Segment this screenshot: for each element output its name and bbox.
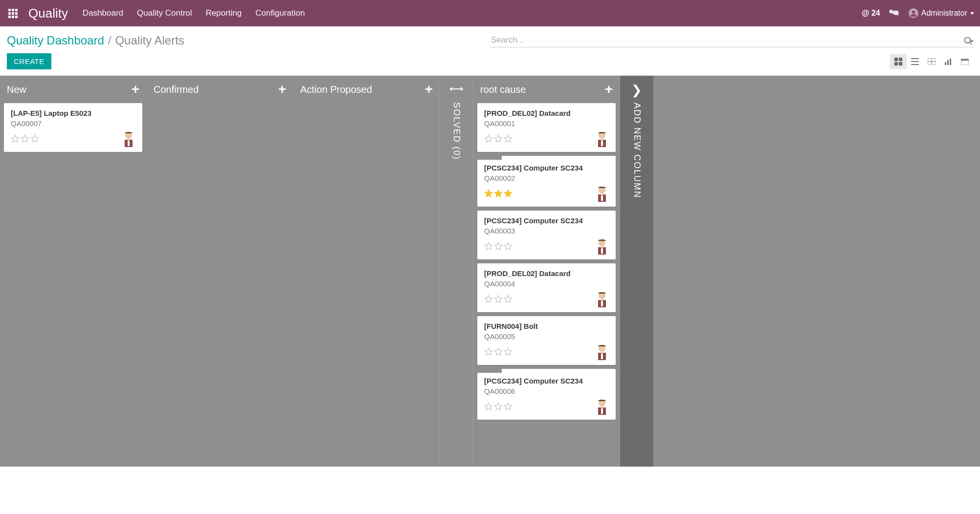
search-input[interactable] <box>490 33 973 47</box>
add-column-label: ADD NEW COLUMN <box>632 103 642 198</box>
view-calendar-icon[interactable] <box>957 54 973 69</box>
kanban-card[interactable]: [PROD_DEL02] Datacard QA00001 <box>477 103 616 152</box>
star-icon[interactable] <box>494 242 503 251</box>
assignee-avatar[interactable] <box>595 185 609 202</box>
star-icon[interactable] <box>484 189 493 198</box>
view-list-icon[interactable] <box>907 54 923 69</box>
breadcrumb: Quality Dashboard / Quality Alerts <box>7 34 184 47</box>
svg-rect-5 <box>894 58 898 61</box>
priority-stars <box>484 347 512 356</box>
card-title: [PROD_DEL02] Datacard <box>484 269 609 278</box>
create-button[interactable]: CREATE <box>7 53 51 69</box>
kanban-column: Action Proposed + <box>293 76 440 467</box>
assignee-avatar[interactable] <box>122 130 135 147</box>
kanban-column: root cause + [PROD_DEL02] Datacard QA000… <box>473 76 620 467</box>
breadcrumb-current: Quality Alerts <box>115 34 184 47</box>
assignee-avatar[interactable] <box>595 398 609 415</box>
card-title: [PROD_DEL02] Datacard <box>484 109 609 117</box>
star-icon[interactable] <box>494 189 503 198</box>
svg-rect-35 <box>601 249 603 254</box>
priority-stars <box>484 242 512 251</box>
nav-quality-control[interactable]: Quality Control <box>137 8 192 18</box>
card-progress-bar <box>477 156 502 160</box>
user-menu[interactable]: Administrator <box>909 8 974 18</box>
column-quick-create-icon[interactable]: + <box>278 82 286 97</box>
star-icon[interactable] <box>494 295 503 303</box>
kanban-card[interactable]: [LAP-E5] Laptop E5023 QA00007 <box>4 103 142 152</box>
kanban-card[interactable]: [FURN004] Bolt QA00005 <box>477 316 616 365</box>
star-icon[interactable] <box>494 134 503 143</box>
expand-icon[interactable]: ⟷ <box>449 83 464 94</box>
kanban-card[interactable]: [PCSC234] Computer SC234 QA00003 <box>477 211 616 259</box>
nav-configuration[interactable]: Configuration <box>255 8 305 18</box>
kanban-column-folded[interactable]: ⟷ SOLVED (0) <box>440 76 473 467</box>
card-reference: QA00006 <box>484 387 609 395</box>
search-field[interactable] <box>490 33 973 47</box>
kanban-card[interactable]: [PROD_DEL02] Datacard QA00004 <box>477 263 616 312</box>
svg-rect-15 <box>945 62 946 65</box>
priority-stars <box>484 295 512 303</box>
star-icon[interactable] <box>504 347 512 356</box>
star-icon[interactable] <box>484 242 493 251</box>
svg-rect-9 <box>911 58 919 59</box>
messaging-icon[interactable] <box>889 9 900 18</box>
apps-grid-icon <box>8 9 18 18</box>
star-icon[interactable] <box>504 134 512 143</box>
add-column-button[interactable]: ❯ ADD NEW COLUMN <box>620 76 653 467</box>
star-icon[interactable] <box>484 295 493 303</box>
column-quick-create-icon[interactable]: + <box>605 82 613 97</box>
view-kanban-icon[interactable] <box>890 54 907 69</box>
star-icon[interactable] <box>11 134 20 143</box>
assignee-avatar[interactable] <box>595 238 609 255</box>
mention-count[interactable]: @ 24 <box>862 9 880 18</box>
column-header[interactable]: Confirmed + <box>147 76 293 103</box>
star-icon[interactable] <box>504 242 512 251</box>
column-header[interactable]: New + <box>0 76 146 103</box>
nav-dashboard[interactable]: Dashboard <box>83 8 123 18</box>
svg-rect-47 <box>601 409 603 414</box>
star-icon[interactable] <box>494 402 503 411</box>
card-reference: QA00001 <box>484 119 609 128</box>
column-header[interactable]: root cause + <box>473 76 620 103</box>
kanban-card[interactable]: [PCSC234] Computer SC234 QA00006 <box>477 369 616 420</box>
card-progress-bar <box>477 369 502 373</box>
apps-launcher-icon[interactable] <box>6 6 20 20</box>
column-title: SOLVED (0) <box>451 102 462 160</box>
module-brand[interactable]: Quality <box>28 6 68 21</box>
column-header[interactable]: Action Proposed + <box>293 76 440 103</box>
svg-rect-8 <box>899 62 902 65</box>
nav-reporting[interactable]: Reporting <box>206 8 242 18</box>
star-icon[interactable] <box>30 134 39 143</box>
column-title: Action Proposed <box>300 84 372 95</box>
star-icon[interactable] <box>504 295 512 303</box>
breadcrumb-parent[interactable]: Quality Dashboard <box>7 34 104 47</box>
assignee-avatar[interactable] <box>595 130 609 147</box>
view-grid-icon[interactable] <box>923 54 940 69</box>
svg-rect-17 <box>950 59 951 65</box>
column-title: Confirmed <box>154 84 199 95</box>
star-icon[interactable] <box>484 402 493 411</box>
column-quick-create-icon[interactable]: + <box>132 82 139 97</box>
svg-rect-39 <box>601 301 603 306</box>
kanban-column: Confirmed + <box>147 76 293 467</box>
column-quick-create-icon[interactable]: + <box>425 82 433 97</box>
top-navbar: Quality Dashboard Quality Control Report… <box>0 0 980 26</box>
star-icon[interactable] <box>484 134 493 143</box>
card-reference: QA00002 <box>484 174 609 182</box>
view-graph-icon[interactable] <box>940 54 957 69</box>
kanban-card[interactable]: [PCSC234] Computer SC234 QA00002 <box>477 156 616 207</box>
assignee-avatar[interactable] <box>595 343 609 360</box>
star-icon[interactable] <box>504 402 512 411</box>
card-reference: QA00007 <box>11 119 135 128</box>
search-icon[interactable] <box>963 36 973 46</box>
assignee-avatar[interactable] <box>595 291 609 307</box>
star-icon[interactable] <box>484 347 493 356</box>
chevron-right-icon: ❯ <box>631 83 642 98</box>
star-icon[interactable] <box>21 134 29 143</box>
star-icon[interactable] <box>504 189 512 198</box>
column-title: New <box>7 84 26 95</box>
priority-stars <box>11 134 39 143</box>
kanban-column: New + [LAP-E5] Laptop E5023 QA00007 <box>0 76 147 467</box>
card-title: [PCSC234] Computer SC234 <box>484 216 609 225</box>
star-icon[interactable] <box>494 347 503 356</box>
